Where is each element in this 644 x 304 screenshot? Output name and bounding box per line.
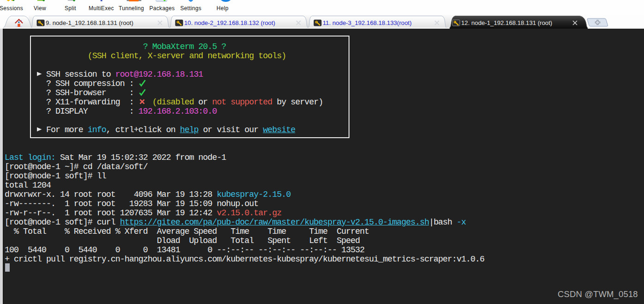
svg-text:12. node-1_192.168.18.131 (roo: 12. node-1_192.168.18.131 (root) <box>461 19 552 26</box>
svg-text:10. node-2_192.168.18.132 (roo: 10. node-2_192.168.18.132 (root) <box>184 19 275 26</box>
svg-text:11. node-3_192.168.18.133(root: 11. node-3_192.168.18.133(root) <box>323 19 412 26</box>
svg-text:9. node-1_192.168.18.131 (root: 9. node-1_192.168.18.131 (root) <box>46 19 133 26</box>
